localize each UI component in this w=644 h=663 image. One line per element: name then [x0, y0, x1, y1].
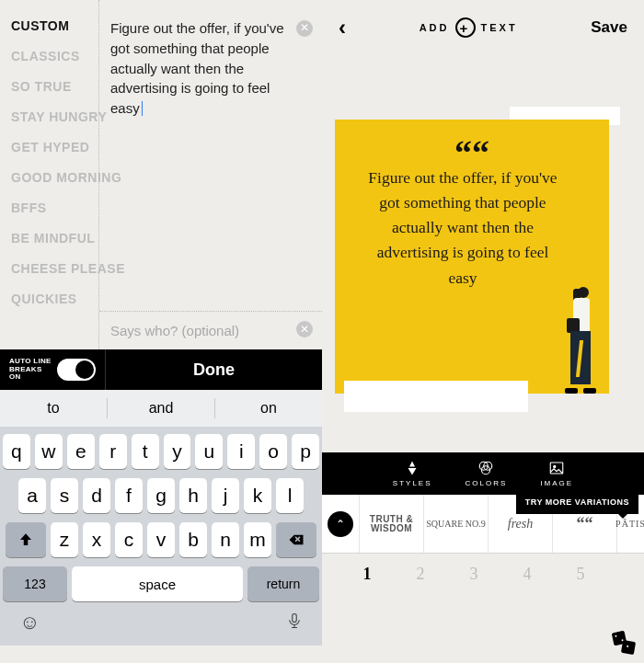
- style-thumbnails: ⌃ TRUTH & WISDOM SQUARE NO.9 fresh ““ PÂ…: [322, 495, 644, 554]
- key-r[interactable]: r: [99, 434, 127, 469]
- numeric-key[interactable]: 123: [3, 566, 67, 601]
- quote-text: Figure out the offer, if you've got some…: [362, 166, 563, 291]
- done-button[interactable]: Done: [106, 360, 322, 380]
- key-u[interactable]: u: [195, 434, 223, 469]
- tab-image[interactable]: IMAGE: [540, 460, 573, 487]
- main-text-input[interactable]: Figure out the offer, if you've got some…: [99, 0, 322, 311]
- key-a[interactable]: a: [18, 478, 46, 513]
- key-g[interactable]: g: [147, 478, 175, 513]
- key-s[interactable]: s: [51, 478, 78, 513]
- page-indicator: 1 2 3 4 5: [322, 554, 644, 594]
- category-get-hyped[interactable]: Get Hyped: [11, 140, 98, 154]
- suggestion-1[interactable]: to: [0, 400, 107, 417]
- key-c[interactable]: c: [115, 522, 143, 557]
- key-n[interactable]: n: [212, 522, 239, 557]
- key-t[interactable]: t: [132, 434, 159, 469]
- category-be-mindful[interactable]: Be Mindful: [11, 231, 98, 246]
- key-h[interactable]: h: [179, 478, 207, 513]
- key-m[interactable]: m: [244, 522, 271, 557]
- keyboard-suggestions: to and on: [0, 390, 322, 427]
- page-3[interactable]: 3: [470, 565, 478, 584]
- category-classics[interactable]: Classics: [11, 49, 98, 63]
- design-preview-panel: ‹ ADD + TEXT Save ““ Figure out the offe…: [322, 0, 644, 663]
- clear-text-icon[interactable]: ✕: [296, 20, 313, 37]
- key-b[interactable]: b: [179, 522, 207, 557]
- key-w[interactable]: w: [35, 434, 63, 469]
- key-x[interactable]: x: [83, 522, 110, 557]
- key-k[interactable]: k: [244, 478, 271, 513]
- add-text-button[interactable]: ADD + TEXT: [420, 17, 518, 38]
- randomize-button[interactable]: [613, 632, 635, 654]
- key-o[interactable]: o: [259, 434, 287, 469]
- plus-icon: +: [455, 17, 476, 38]
- try-more-tooltip: TRY MORE VARIATIONS: [516, 490, 638, 514]
- svg-point-5: [554, 465, 556, 467]
- backspace-key[interactable]: [276, 522, 316, 557]
- scroll-up-button[interactable]: ⌃: [328, 511, 353, 537]
- back-button[interactable]: ‹: [339, 15, 346, 40]
- mic-icon[interactable]: [286, 611, 303, 636]
- design-canvas[interactable]: ““ Figure out the offer, if you've got s…: [335, 120, 609, 394]
- key-f[interactable]: f: [115, 478, 143, 513]
- key-p[interactable]: p: [292, 434, 319, 469]
- auto-line-breaks-toggle[interactable]: [57, 359, 96, 381]
- suggestion-2[interactable]: and: [108, 400, 214, 417]
- tab-colors[interactable]: COLORS: [466, 460, 508, 487]
- clear-attribution-icon[interactable]: ✕: [296, 321, 313, 337]
- key-d[interactable]: d: [83, 478, 110, 513]
- category-list: Custom Classics So True Stay Hungry Get …: [0, 0, 99, 349]
- save-button[interactable]: Save: [591, 18, 627, 37]
- svg-rect-0: [293, 614, 297, 623]
- shift-key[interactable]: [6, 522, 46, 557]
- attribution-input[interactable]: Says who? (optional) ✕: [99, 311, 322, 349]
- key-i[interactable]: i: [227, 434, 255, 469]
- key-v[interactable]: v: [147, 522, 175, 557]
- page-2[interactable]: 2: [417, 565, 425, 584]
- style-thumb-1[interactable]: TRUTH & WISDOM: [359, 495, 423, 553]
- space-key[interactable]: space: [72, 566, 243, 601]
- category-cheese-please[interactable]: Cheese Please: [11, 261, 98, 276]
- editor-tabs: STYLES COLORS IMAGE: [322, 452, 644, 495]
- person-illustration: [561, 283, 604, 394]
- category-custom[interactable]: Custom: [11, 18, 98, 33]
- category-quickies[interactable]: Quickies: [11, 291, 98, 306]
- key-j[interactable]: j: [212, 478, 239, 513]
- key-y[interactable]: y: [164, 434, 191, 469]
- keyboard: q w e r t y u i o p a s d f g h j k l z: [0, 427, 322, 646]
- key-e[interactable]: e: [67, 434, 95, 469]
- category-stay-hungry[interactable]: Stay Hungry: [11, 109, 98, 124]
- suggestion-3[interactable]: on: [215, 400, 322, 417]
- decorative-shape: [344, 381, 528, 412]
- page-1[interactable]: 1: [363, 565, 372, 584]
- auto-line-breaks-label: AUTO LINE BREAKS ON: [9, 358, 52, 382]
- text-editor-panel: Custom Classics So True Stay Hungry Get …: [0, 0, 322, 663]
- tab-styles[interactable]: STYLES: [393, 460, 432, 487]
- key-q[interactable]: q: [3, 434, 30, 469]
- emoji-icon[interactable]: ☺: [19, 611, 40, 636]
- style-thumb-2[interactable]: SQUARE NO.9: [423, 495, 488, 553]
- key-l[interactable]: l: [276, 478, 304, 513]
- return-key[interactable]: return: [247, 566, 319, 601]
- key-z[interactable]: z: [51, 522, 78, 557]
- category-so-true[interactable]: So True: [11, 79, 98, 94]
- page-4[interactable]: 4: [523, 565, 532, 584]
- category-good-morning[interactable]: Good Morning: [11, 170, 98, 185]
- category-bffs[interactable]: BFFs: [11, 200, 98, 215]
- page-5[interactable]: 5: [577, 565, 585, 584]
